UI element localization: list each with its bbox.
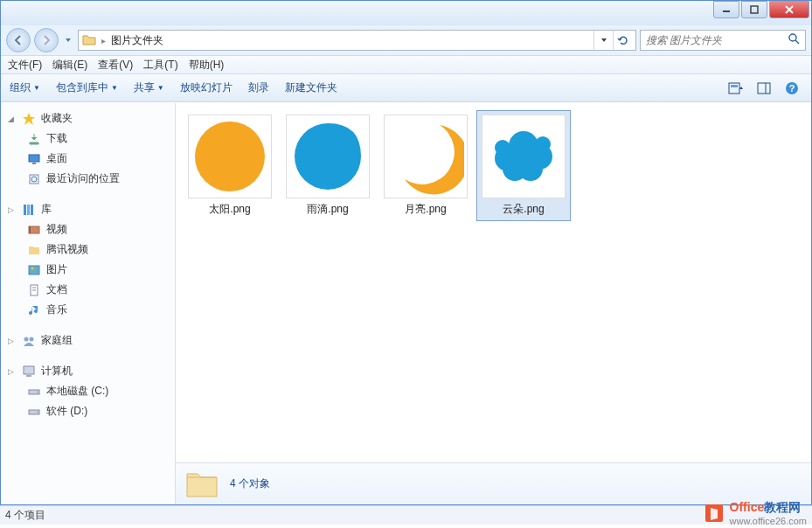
sidebar-downloads[interactable]: 下载 [1, 129, 175, 149]
file-grid[interactable]: 太阳.png雨滴.png月亮.png云朵.png [176, 103, 811, 462]
sidebar-documents[interactable]: 文档 [1, 280, 175, 300]
search-input[interactable] [646, 34, 788, 46]
collapse-icon: ◢ [8, 115, 17, 123]
sidebar-desktop[interactable]: 桌面 [1, 149, 175, 169]
computer-group: ▷ 计算机 本地磁盘 (C:) 软件 (D:) [1, 361, 175, 421]
svg-rect-27 [26, 375, 31, 377]
drive-icon [27, 385, 41, 399]
favorites-label: 收藏夹 [41, 111, 73, 126]
view-options-button[interactable] [725, 78, 746, 99]
refresh-button[interactable] [613, 31, 632, 50]
forward-button[interactable] [34, 28, 59, 52]
watermark: Office教程网 www.office26.com [702, 500, 807, 526]
sidebar-drive-c[interactable]: 本地磁盘 (C:) [1, 381, 175, 401]
file-item[interactable]: 雨滴.png [281, 110, 375, 221]
address-bar[interactable]: ▸ 图片文件夹 [78, 30, 636, 51]
file-label: 太阳.png [209, 202, 250, 217]
pictures-icon [27, 263, 41, 277]
svg-rect-1 [751, 6, 758, 13]
menu-edit[interactable]: 编辑(E) [52, 58, 87, 73]
svg-point-20 [31, 267, 34, 269]
help-button[interactable]: ? [781, 78, 802, 99]
folder-large-icon [184, 469, 219, 500]
sidebar-drive-d[interactable]: 软件 (D:) [1, 401, 175, 421]
svg-point-39 [535, 136, 551, 152]
expand-icon: ▷ [8, 367, 17, 376]
folder-icon [27, 243, 41, 257]
maximize-button[interactable] [741, 1, 767, 18]
file-thumbnail [286, 115, 370, 198]
breadcrumb-folder[interactable]: 图片文件夹 [111, 33, 163, 48]
svg-rect-11 [32, 163, 36, 164]
download-icon [27, 132, 41, 146]
svg-rect-5 [731, 85, 738, 87]
organize-button[interactable]: 组织▼ [10, 80, 40, 95]
details-pane: 4 个对象 [176, 462, 811, 504]
svg-point-31 [37, 411, 38, 413]
sidebar-pictures[interactable]: 图片 [1, 260, 175, 280]
svg-rect-6 [758, 83, 770, 94]
share-button[interactable]: 共享▼ [134, 80, 164, 95]
libraries-label: 库 [41, 202, 52, 217]
navigation-bar: ▸ 图片文件夹 [1, 25, 811, 55]
sidebar-videos[interactable]: 视频 [1, 219, 175, 240]
file-label: 云朵.png [503, 202, 544, 217]
search-icon[interactable] [788, 32, 800, 48]
favorites-group: ◢ 收藏夹 下载 桌面 最近访问的位置 [1, 108, 175, 189]
menu-bar: 文件(F) 编辑(E) 查看(V) 工具(T) 帮助(H) [1, 55, 811, 74]
favorites-header[interactable]: ◢ 收藏夹 [1, 108, 175, 129]
burn-button[interactable]: 刻录 [248, 80, 269, 95]
content-area: 太阳.png雨滴.png月亮.png云朵.png 4 个对象 [176, 103, 811, 504]
sidebar-music[interactable]: 音乐 [1, 300, 175, 320]
computer-header[interactable]: ▷ 计算机 [1, 361, 175, 381]
svg-point-37 [503, 156, 527, 181]
svg-rect-16 [31, 205, 33, 215]
computer-icon [22, 365, 36, 379]
breadcrumb-separator: ▸ [101, 36, 106, 45]
svg-rect-19 [29, 266, 39, 274]
search-box[interactable] [640, 30, 806, 51]
office-logo-icon [702, 501, 726, 525]
sidebar-recent[interactable]: 最近访问的位置 [1, 169, 175, 189]
svg-rect-15 [27, 205, 30, 215]
svg-line-3 [795, 40, 799, 44]
menu-file[interactable]: 文件(F) [8, 58, 42, 73]
back-button[interactable] [6, 28, 31, 52]
expand-icon: ▷ [8, 205, 17, 214]
documents-icon [27, 283, 41, 297]
file-item[interactable]: 云朵.png [476, 110, 571, 221]
preview-pane-button[interactable] [753, 78, 774, 99]
slideshow-button[interactable]: 放映幻灯片 [180, 80, 232, 95]
expand-icon: ▷ [8, 337, 17, 345]
history-dropdown[interactable] [62, 28, 74, 52]
file-item[interactable]: 太阳.png [183, 110, 277, 221]
file-thumbnail [482, 115, 566, 198]
drive-icon [27, 405, 41, 419]
svg-point-29 [37, 391, 38, 393]
svg-rect-14 [24, 205, 26, 215]
star-icon [22, 112, 36, 126]
libraries-header[interactable]: ▷ 库 [1, 199, 175, 219]
sidebar-tencent-video[interactable]: 腾讯视频 [1, 240, 175, 260]
address-dropdown[interactable] [593, 31, 613, 50]
window-controls [713, 1, 809, 18]
file-item[interactable]: 月亮.png [378, 110, 473, 221]
folder-icon [82, 33, 96, 47]
close-button[interactable] [769, 1, 809, 18]
menu-help[interactable]: 帮助(H) [189, 58, 225, 73]
file-thumbnail [384, 115, 468, 198]
desktop-icon [27, 152, 41, 166]
new-folder-button[interactable]: 新建文件夹 [285, 80, 337, 95]
music-icon [27, 303, 41, 317]
video-icon [27, 223, 41, 237]
svg-rect-18 [29, 226, 31, 233]
command-bar: 组织▼ 包含到库中▼ 共享▼ 放映幻灯片 刻录 新建文件夹 ? [1, 74, 811, 102]
svg-point-2 [789, 34, 796, 41]
include-in-library-button[interactable]: 包含到库中▼ [56, 80, 118, 95]
homegroup-header[interactable]: ▷ 家庭组 [1, 330, 175, 351]
svg-point-24 [24, 337, 29, 341]
menu-view[interactable]: 查看(V) [98, 58, 133, 73]
minimize-button[interactable] [713, 1, 739, 18]
computer-label: 计算机 [41, 364, 73, 379]
menu-tools[interactable]: 工具(T) [143, 58, 177, 73]
